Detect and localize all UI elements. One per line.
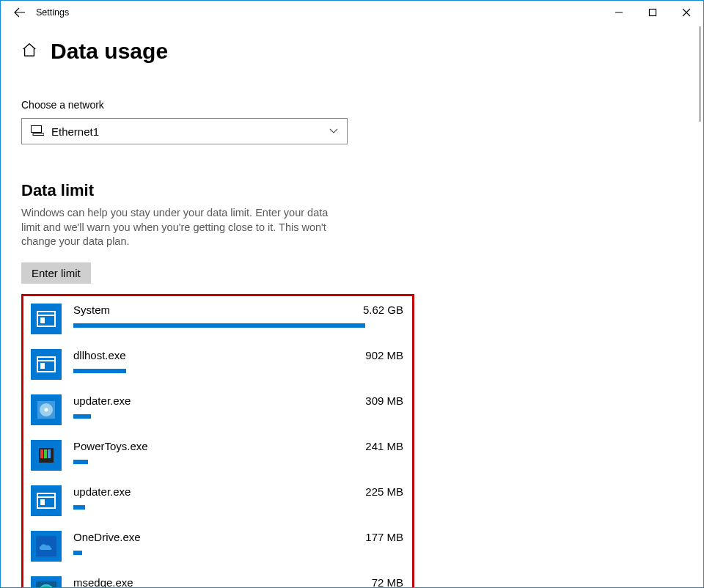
usage-bar [73, 323, 365, 328]
usage-bar [73, 505, 85, 510]
usage-row: System5.62 GB [31, 304, 403, 334]
app-name: updater.exe [73, 485, 365, 498]
page-header: Data usage [21, 39, 703, 64]
app-icon [31, 394, 62, 425]
app-icon [31, 485, 62, 516]
svg-rect-3 [33, 133, 44, 136]
usage-row: PowerToys.exe241 MB [31, 440, 403, 471]
svg-rect-16 [48, 449, 51, 458]
enter-limit-button[interactable]: Enter limit [21, 262, 91, 284]
svg-rect-1 [650, 10, 656, 16]
minimize-button[interactable] [602, 1, 636, 24]
page-title: Data usage [51, 39, 168, 64]
app-icon [31, 531, 62, 562]
window-controls [602, 1, 703, 24]
maximize-button[interactable] [636, 1, 670, 24]
app-data-amount: 177 MB [365, 531, 403, 543]
usage-bar [73, 460, 88, 464]
app-icon [31, 349, 62, 380]
usage-list: System5.62 GBdllhost.exe902 MBupdater.ex… [21, 294, 414, 588]
svg-rect-7 [37, 357, 55, 372]
minimize-icon [615, 8, 623, 17]
network-select[interactable]: Ethernet1 [21, 118, 348, 144]
window-title: Settings [36, 7, 69, 18]
close-icon [682, 8, 691, 17]
app-icon [31, 304, 62, 334]
app-name: PowerToys.exe [73, 440, 365, 452]
scrollbar[interactable] [699, 26, 701, 122]
content-area: Data usage Choose a network Ethernet1 Da… [1, 24, 703, 587]
app-name: msedge.exe [73, 576, 372, 588]
svg-rect-14 [40, 449, 43, 458]
titlebar: Settings [1, 1, 703, 24]
data-limit-description: Windows can help you stay under your dat… [21, 206, 344, 249]
app-data-amount: 225 MB [365, 485, 403, 498]
usage-row: updater.exe225 MB [31, 485, 403, 516]
svg-rect-2 [32, 125, 42, 132]
app-data-amount: 309 MB [365, 394, 403, 407]
app-name: dllhost.exe [73, 349, 365, 361]
app-data-amount: 902 MB [365, 349, 403, 361]
app-data-amount: 5.62 GB [363, 304, 403, 316]
svg-rect-9 [40, 363, 45, 369]
back-arrow-icon [14, 7, 26, 18]
svg-rect-19 [40, 499, 45, 505]
usage-bar [73, 369, 126, 373]
svg-rect-4 [37, 312, 55, 326]
home-icon[interactable] [21, 42, 37, 62]
svg-rect-17 [37, 493, 55, 508]
app-data-amount: 241 MB [365, 440, 403, 452]
back-button[interactable] [5, 1, 34, 24]
svg-rect-6 [40, 317, 45, 323]
maximize-icon [648, 8, 657, 17]
usage-row: updater.exe309 MB [31, 394, 403, 425]
usage-row: msedge.exe72 MB [31, 576, 403, 588]
usage-row: OneDrive.exe177 MB [31, 531, 403, 562]
chevron-down-icon [329, 126, 338, 136]
app-data-amount: 72 MB [372, 576, 403, 588]
svg-rect-15 [44, 449, 47, 458]
network-selected-value: Ethernet1 [51, 125, 99, 138]
svg-point-12 [45, 408, 48, 411]
data-limit-heading: Data limit [21, 181, 703, 200]
network-label: Choose a network [21, 99, 703, 111]
app-name: updater.exe [73, 394, 365, 407]
ethernet-icon [31, 125, 44, 138]
usage-bar [73, 414, 91, 419]
app-icon [31, 440, 62, 471]
usage-bar [73, 551, 82, 555]
app-name: OneDrive.exe [73, 531, 365, 543]
app-name: System [73, 304, 363, 316]
close-button[interactable] [670, 1, 703, 24]
usage-row: dllhost.exe902 MB [31, 349, 403, 380]
app-icon [31, 576, 62, 588]
